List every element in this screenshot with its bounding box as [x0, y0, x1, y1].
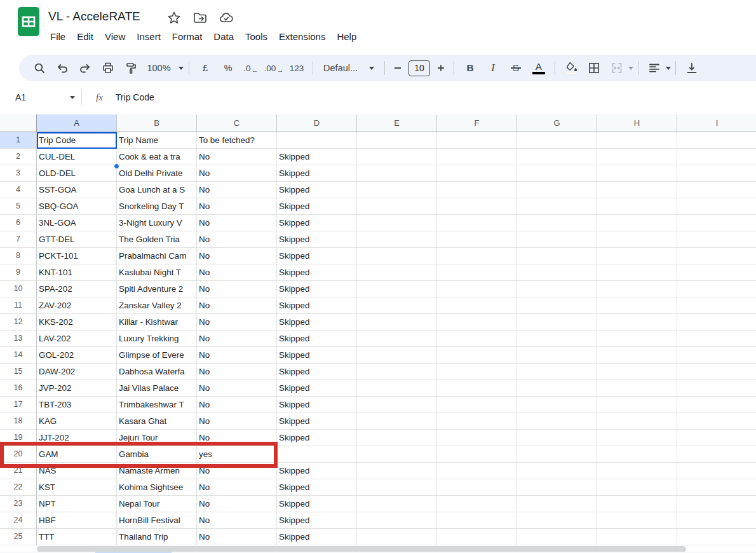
cell-I21[interactable] — [677, 463, 756, 479]
cell-F21[interactable] — [437, 463, 517, 479]
cell-G8[interactable] — [517, 248, 597, 264]
row-header-10[interactable]: 10 — [0, 281, 37, 297]
cell-D4[interactable]: Skipped — [277, 182, 357, 198]
cell-D19[interactable]: Skipped — [277, 430, 357, 446]
menu-insert[interactable]: Insert — [131, 29, 166, 44]
cell-B17[interactable]: Trimbakeshwar T — [117, 397, 197, 413]
print-icon[interactable] — [97, 58, 119, 78]
cell-C18[interactable]: No — [197, 413, 277, 430]
zoom-select[interactable]: 100% — [143, 58, 184, 78]
row-header-13[interactable]: 13 — [0, 331, 37, 347]
cell-D20[interactable] — [277, 446, 357, 463]
cell-A6[interactable]: 3NL-GOA — [37, 215, 117, 231]
cell-F18[interactable] — [437, 413, 517, 430]
cell-G9[interactable] — [517, 264, 597, 281]
format-percent-button[interactable]: % — [217, 58, 239, 78]
cell-I11[interactable] — [677, 297, 756, 314]
cell-D9[interactable]: Skipped — [277, 264, 357, 281]
cell-D1[interactable] — [277, 132, 357, 149]
cell-D7[interactable]: Skipped — [277, 231, 357, 248]
cell-D14[interactable]: Skipped — [277, 347, 357, 364]
row-header-1[interactable]: 1 — [0, 132, 37, 149]
cell-F16[interactable] — [437, 380, 517, 397]
cell-A14[interactable]: GOL-202 — [37, 347, 117, 364]
cell-C14[interactable]: No — [197, 347, 277, 364]
cell-B7[interactable]: The Golden Tria — [117, 231, 197, 248]
cell-B15[interactable]: Dabhosa Waterfa — [117, 364, 197, 380]
cell-D24[interactable]: Skipped — [277, 512, 357, 529]
cell-C8[interactable]: No — [197, 248, 277, 264]
cell-H23[interactable] — [597, 496, 677, 512]
cell-A5[interactable]: SBQ-GOA — [37, 198, 117, 215]
cell-C23[interactable]: No — [197, 496, 277, 512]
cell-D3[interactable]: Skipped — [277, 165, 357, 182]
cell-D12[interactable]: Skipped — [277, 314, 357, 331]
cell-A16[interactable]: JVP-202 — [37, 380, 117, 397]
cell-H3[interactable] — [597, 165, 677, 182]
row-header-2[interactable]: 2 — [0, 149, 37, 165]
cell-B3[interactable]: Old Delhi Private — [117, 165, 197, 182]
cell-E14[interactable] — [357, 347, 437, 364]
cell-E25[interactable] — [357, 529, 437, 545]
cell-G20[interactable] — [517, 446, 597, 463]
cell-G18[interactable] — [517, 413, 597, 430]
cell-I17[interactable] — [677, 397, 756, 413]
row-header-9[interactable]: 9 — [0, 264, 37, 281]
cell-C24[interactable]: No — [197, 512, 277, 529]
cell-H10[interactable] — [597, 281, 677, 297]
cell-C25[interactable]: No — [197, 529, 277, 545]
column-header-B[interactable]: B — [117, 114, 197, 132]
decrease-decimal-button[interactable]: .0← — [240, 58, 262, 78]
cell-C2[interactable]: No — [197, 149, 277, 165]
search-icon[interactable] — [29, 58, 50, 78]
cell-H22[interactable] — [597, 479, 677, 496]
cell-I2[interactable] — [677, 149, 756, 165]
cell-D11[interactable]: Skipped — [277, 297, 357, 314]
column-header-C[interactable]: C — [197, 114, 277, 132]
horizontal-align-icon[interactable] — [644, 58, 665, 78]
italic-button[interactable]: I — [482, 58, 504, 78]
cell-E17[interactable] — [357, 397, 437, 413]
cell-I24[interactable] — [677, 512, 756, 529]
row-header-14[interactable]: 14 — [0, 347, 37, 364]
cell-B22[interactable]: Kohima Sightsee — [117, 479, 197, 496]
google-sheets-logo-icon[interactable] — [18, 7, 39, 36]
cell-G1[interactable] — [517, 132, 597, 149]
cell-A9[interactable]: KNT-101 — [37, 264, 117, 281]
cell-C19[interactable]: No — [197, 430, 277, 446]
cell-D18[interactable]: Skipped — [277, 413, 357, 430]
cell-B14[interactable]: Glimpse of Evere — [117, 347, 197, 364]
cell-H15[interactable] — [597, 364, 677, 380]
cell-B5[interactable]: Snorkeling Day T — [117, 198, 197, 215]
cell-G11[interactable] — [517, 297, 597, 314]
cell-I23[interactable] — [677, 496, 756, 512]
cell-G19[interactable] — [517, 430, 597, 446]
cell-E9[interactable] — [357, 264, 437, 281]
cell-H16[interactable] — [597, 380, 677, 397]
format-currency-button[interactable]: £ — [194, 58, 216, 78]
cell-F2[interactable] — [437, 149, 517, 165]
cell-I10[interactable] — [677, 281, 756, 297]
menu-edit[interactable]: Edit — [71, 29, 99, 44]
cell-E16[interactable] — [357, 380, 437, 397]
cell-B19[interactable]: Jejuri Tour — [117, 430, 197, 446]
cell-D13[interactable]: Skipped — [277, 331, 357, 347]
cell-A17[interactable]: TBT-203 — [37, 397, 117, 413]
cell-C15[interactable]: No — [197, 364, 277, 380]
cell-H12[interactable] — [597, 314, 677, 331]
cell-D22[interactable]: Skipped — [277, 479, 357, 496]
cell-H24[interactable] — [597, 512, 677, 529]
row-header-19[interactable]: 19 — [0, 430, 37, 446]
cell-E23[interactable] — [357, 496, 437, 512]
vertical-align-icon[interactable] — [681, 58, 703, 78]
cell-I7[interactable] — [677, 231, 756, 248]
cell-A20[interactable]: GAM — [37, 446, 117, 463]
merge-cells-icon[interactable] — [606, 58, 628, 78]
decrease-font-size-button[interactable] — [390, 58, 405, 78]
cell-F1[interactable] — [437, 132, 517, 149]
cell-I20[interactable] — [677, 446, 756, 463]
cell-G16[interactable] — [517, 380, 597, 397]
cell-F24[interactable] — [437, 512, 517, 529]
cell-A18[interactable]: KAG — [37, 413, 117, 430]
cell-C9[interactable]: No — [197, 264, 277, 281]
